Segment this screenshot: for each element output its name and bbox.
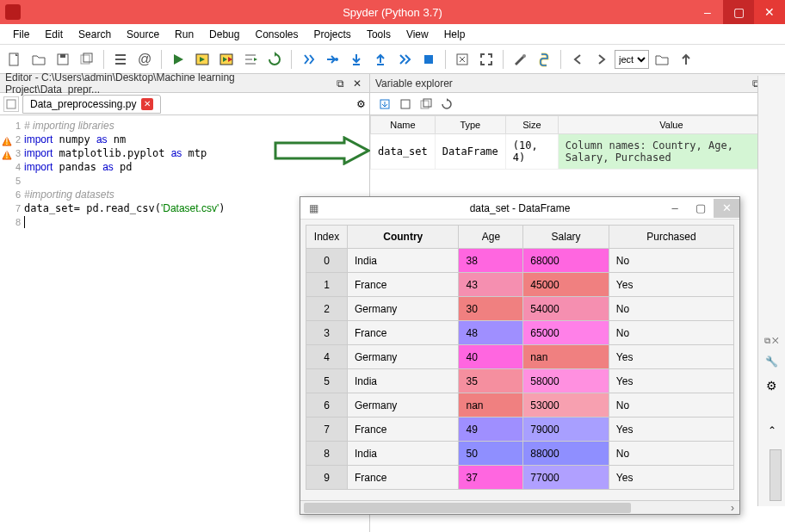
python-path-icon[interactable] — [533, 48, 555, 71]
editor-path: Editor - C:\Users\admin\Desktop\Machine … — [5, 71, 330, 96]
save-data-icon[interactable] — [396, 96, 415, 113]
var-name: data_set — [371, 134, 436, 170]
df-column-header[interactable]: Age — [459, 226, 523, 249]
df-row[interactable]: 9France3777000Yes — [306, 466, 734, 490]
open-file-icon[interactable] — [28, 48, 50, 71]
menu-edit[interactable]: Edit — [37, 26, 71, 43]
menu-projects[interactable]: Projects — [306, 26, 359, 43]
file-tab[interactable]: Data_preprocessing.py ✕ — [22, 95, 161, 114]
close-tab-icon[interactable]: ✕ — [141, 98, 153, 110]
run-cell-icon[interactable] — [191, 48, 213, 71]
dataframe-titlebar[interactable]: ▦ data_set - DataFrame – ▢ ✕ — [300, 197, 739, 220]
fullscreen-icon[interactable] — [475, 48, 498, 71]
svg-rect-9 — [377, 64, 384, 65]
dataframe-table[interactable]: IndexCountryAgeSalaryPurchased 0India386… — [306, 225, 734, 490]
step-out-icon[interactable] — [369, 48, 392, 71]
variable-row[interactable]: data_set DataFrame (10, 4) Column names:… — [371, 134, 785, 170]
df-column-header[interactable]: Index — [306, 226, 348, 249]
menu-consoles[interactable]: Consoles — [247, 26, 306, 43]
menu-bar: FileEditSearchSourceRunDebugConsolesProj… — [0, 24, 785, 45]
minimize-button[interactable]: – — [662, 199, 688, 218]
window-title: Spyder (Python 3.7) — [343, 6, 442, 19]
wrench-icon[interactable]: 🔧 — [760, 351, 784, 372]
rerun-icon[interactable] — [263, 48, 286, 71]
gear-icon[interactable]: ⚙ — [760, 375, 784, 396]
svg-rect-10 — [424, 55, 433, 64]
df-row[interactable]: 5India3558000Yes — [306, 369, 734, 393]
df-row[interactable]: 4Germany40nanYes — [306, 345, 734, 369]
forward-icon[interactable] — [590, 48, 613, 71]
dataframe-window[interactable]: ▦ data_set - DataFrame – ▢ ✕ IndexCountr… — [300, 196, 740, 515]
variable-table[interactable]: NameTypeSizeValue data_set DataFrame (10… — [370, 115, 785, 170]
df-row[interactable]: 6Germanynan53000No — [306, 393, 734, 418]
df-row[interactable]: 1France4345000Yes — [306, 273, 734, 297]
column-header[interactable]: Value — [558, 116, 784, 134]
df-row[interactable]: 8India5088000No — [306, 442, 734, 466]
step-icon[interactable] — [321, 48, 343, 71]
up-arrow-icon[interactable]: ⌃ — [760, 420, 784, 441]
menu-source[interactable]: Source — [119, 26, 167, 43]
dock-indicator[interactable]: ⧉ ✕ — [758, 334, 785, 348]
menu-tools[interactable]: Tools — [359, 26, 399, 43]
menu-run[interactable]: Run — [167, 26, 201, 43]
stop-icon[interactable] — [417, 48, 440, 71]
save-data-as-icon[interactable] — [417, 96, 436, 113]
tab-list-icon[interactable] — [3, 96, 19, 112]
app-icon — [5, 4, 21, 20]
gear-icon[interactable]: ⚙ — [356, 98, 366, 110]
horizontal-scrollbar[interactable]: › — [300, 500, 739, 514]
df-row[interactable]: 0India3868000No — [306, 249, 734, 273]
parent-dir-icon[interactable] — [675, 48, 697, 71]
step-into-icon[interactable] — [345, 48, 368, 71]
column-header[interactable]: Name — [371, 116, 436, 134]
maximize-button[interactable]: ▢ — [688, 199, 714, 218]
list-icon[interactable] — [109, 48, 132, 71]
minimize-button[interactable]: – — [692, 0, 723, 24]
run-icon[interactable] — [167, 48, 189, 71]
grid-icon: ▦ — [306, 201, 321, 216]
menu-debug[interactable]: Debug — [201, 26, 247, 43]
back-icon[interactable] — [566, 48, 589, 71]
run-selection-icon[interactable] — [239, 48, 262, 71]
new-file-icon[interactable] — [3, 48, 26, 71]
maximize-button[interactable]: ▢ — [723, 0, 754, 24]
file-tab-label: Data_preprocessing.py — [30, 98, 136, 110]
scrollbar-thumb[interactable] — [304, 503, 631, 513]
undock-icon[interactable]: ⧉ — [333, 77, 347, 90]
svg-rect-2 — [60, 54, 65, 58]
menu-file[interactable]: File — [5, 26, 37, 43]
column-header[interactable]: Type — [435, 116, 505, 134]
working-dir-combo[interactable]: ject — [615, 50, 649, 69]
close-pane-icon[interactable]: ✕ — [350, 77, 364, 90]
var-value: Column names: Country, Age, Salary, Purc… — [558, 134, 784, 170]
maximize-pane-icon[interactable] — [451, 48, 473, 71]
save-all-icon[interactable] — [76, 48, 98, 71]
df-column-header[interactable]: Purchased — [609, 226, 733, 249]
import-data-icon[interactable] — [375, 96, 394, 113]
vertical-scrollbar[interactable] — [770, 449, 782, 501]
preferences-icon[interactable] — [509, 48, 531, 71]
svg-text:!: ! — [5, 150, 8, 160]
debug-icon[interactable] — [297, 48, 319, 71]
save-icon[interactable] — [52, 48, 74, 71]
column-header[interactable]: Size — [505, 116, 558, 134]
df-row[interactable]: 2Germany3054000No — [306, 297, 734, 321]
df-column-header[interactable]: Country — [348, 226, 459, 249]
at-icon[interactable]: @ — [133, 48, 156, 71]
df-row[interactable]: 3France4865000No — [306, 321, 734, 345]
refresh-icon[interactable] — [437, 96, 456, 113]
close-button[interactable]: ✕ — [754, 0, 785, 24]
run-cell-advance-icon[interactable] — [215, 48, 238, 71]
close-button[interactable]: ✕ — [714, 199, 739, 218]
df-column-header[interactable]: Salary — [523, 226, 609, 249]
menu-view[interactable]: View — [399, 26, 436, 43]
svg-rect-19 — [423, 99, 431, 107]
menu-help[interactable]: Help — [436, 26, 473, 43]
df-row[interactable]: 7France4979000Yes — [306, 418, 734, 442]
scroll-right-icon[interactable]: › — [726, 502, 739, 514]
continue-icon[interactable] — [393, 48, 416, 71]
browse-dir-icon[interactable] — [651, 48, 673, 71]
svg-point-12 — [522, 54, 526, 58]
varexp-header: Variable explorer ⧉ ✕ — [370, 74, 785, 93]
menu-search[interactable]: Search — [71, 26, 119, 43]
